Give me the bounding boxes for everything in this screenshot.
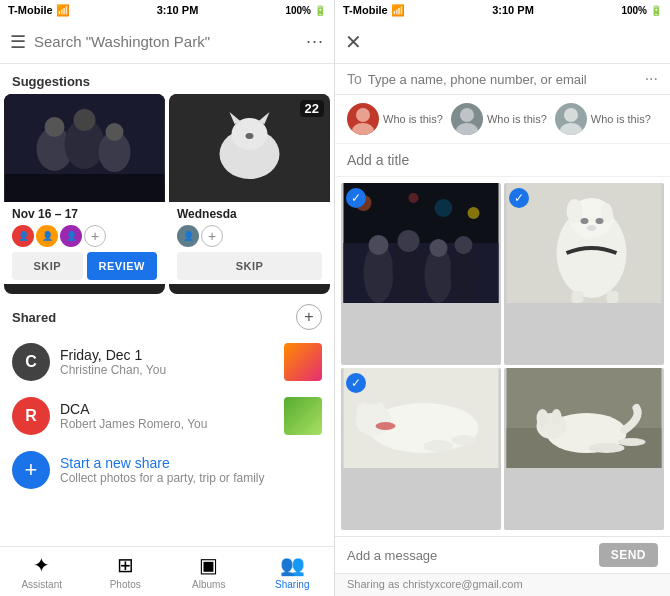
menu-icon[interactable]: ☰ [10,31,26,53]
to-label: To [347,71,362,87]
review-button-1[interactable]: REVIEW [87,252,158,280]
svg-point-13 [246,133,254,139]
svg-point-25 [435,199,453,217]
shared-thumb-dca [284,397,322,435]
tab-photos[interactable]: ⊞ Photos [84,549,168,594]
suggestion-card-1[interactable]: Nov 16 – 17 👤 👤 👤 + SKIP REVIEW [4,94,165,294]
avatar-add-1[interactable]: + [84,225,106,247]
assistant-icon: ✦ [33,553,50,577]
shared-item-dca[interactable]: R DCA Robert James Romero, You [0,389,334,443]
thumb-photo-friday [284,343,322,381]
photo-check-2: ✓ [509,188,529,208]
right-status-bar: T-Mobile 📶 3:10 PM 100% 🔋 [335,0,670,20]
svg-point-41 [587,225,597,231]
tab-bar: ✦ Assistant ⊞ Photos ▣ Albums 👥 Sharing [0,546,334,596]
photo-cell-3[interactable]: ✓ [341,368,501,530]
card-avatars-2: 👤 + [177,225,322,247]
who-text-2: Who is this? [487,113,547,125]
who-item-2[interactable]: Who is this? [451,103,547,135]
tab-assistant[interactable]: ✦ Assistant [0,549,84,594]
svg-point-6 [106,123,124,141]
who-item-3[interactable]: Who is this? [555,103,651,135]
shared-item-friday[interactable]: C Friday, Dec 1 Christine Chan, You [0,335,334,389]
svg-point-29 [398,230,420,252]
photo-grid: ✓ ✓ [335,177,670,536]
left-panel: T-Mobile 📶 3:10 PM 100% 🔋 ☰ ··· Suggesti… [0,0,335,596]
tab-photos-label: Photos [110,579,141,590]
svg-point-27 [369,235,389,255]
svg-point-58 [589,443,625,453]
shared-label: Shared [12,310,56,325]
shared-sub-dca: Robert James Romero, You [60,417,274,431]
to-row: To ··· [335,64,670,95]
right-status-left: T-Mobile 📶 [343,4,405,17]
left-status-left: T-Mobile 📶 [8,4,70,17]
skip-button-1[interactable]: SKIP [12,252,83,280]
suggestion-card-2[interactable]: 22 Wednesda 👤 + SKIP [169,94,330,294]
search-input[interactable] [34,33,298,50]
shared-section: Shared + C Friday, Dec 1 Christine Chan,… [0,294,334,546]
new-share-subtitle: Collect photos for a party, trip or fami… [60,471,265,485]
send-button[interactable]: SEND [599,543,658,567]
battery-icon-right: 🔋 [650,5,662,16]
svg-point-37 [567,199,583,223]
shared-avatar-c: C [12,343,50,381]
who-avatar-1 [347,103,379,135]
svg-point-23 [468,207,480,219]
svg-rect-7 [5,174,165,202]
more-options-icon[interactable]: ··· [306,31,324,52]
who-text-3: Who is this? [591,113,651,125]
to-more-icon[interactable]: ··· [645,70,658,88]
svg-point-56 [537,409,549,427]
svg-point-15 [352,123,374,135]
sharing-icon: 👥 [280,553,305,577]
shared-header: Shared + [0,294,334,335]
time-left: 3:10 PM [157,4,199,16]
photo-cell-4[interactable] [504,368,664,530]
new-share-item[interactable]: + Start a new share Collect photos for a… [0,443,334,497]
who-avatar-2 [451,103,483,135]
tab-albums[interactable]: ▣ Albums [167,549,251,594]
svg-point-47 [357,402,371,422]
carrier-left: T-Mobile [8,4,53,16]
svg-point-31 [430,239,448,257]
suggestions-label: Suggestions [0,64,334,94]
who-text-1: Who is this? [383,113,443,125]
search-bar: ☰ ··· [0,20,334,64]
suggestions-row: Nov 16 – 17 👤 👤 👤 + SKIP REVIEW [0,94,334,294]
right-panel: T-Mobile 📶 3:10 PM 100% 🔋 ✕ To ··· Who i… [335,0,670,596]
svg-point-19 [560,123,582,135]
svg-point-18 [564,108,578,122]
photo-cell-1[interactable]: ✓ [341,183,501,365]
who-row: Who is this? Who is this? Who is this? [335,95,670,144]
close-button[interactable]: ✕ [345,30,362,54]
card-date-1: Nov 16 – 17 [12,207,157,221]
avatar-1c: 👤 [60,225,82,247]
svg-point-50 [452,435,476,445]
shared-sub-friday: Christine Chan, You [60,363,274,377]
svg-point-48 [374,402,386,420]
svg-point-40 [596,218,604,224]
avatar-add-2[interactable]: + [201,225,223,247]
new-share-title: Start a new share [60,455,265,471]
message-input[interactable] [347,548,591,563]
who-item-1[interactable]: Who is this? [347,103,443,135]
tab-sharing[interactable]: 👥 Sharing [251,549,335,594]
tab-assistant-label: Assistant [21,579,62,590]
card-bottom-2: Wednesda 👤 + SKIP [169,202,330,284]
card-date-2: Wednesda [177,207,322,221]
svg-point-39 [581,218,589,224]
card-avatars-1: 👤 👤 👤 + [12,225,157,247]
skip-button-2[interactable]: SKIP [177,252,322,280]
photo-count-badge: 22 [300,100,324,117]
svg-rect-42 [572,291,584,303]
svg-point-17 [456,123,478,135]
right-header: ✕ [335,20,670,64]
to-input[interactable] [368,72,639,87]
svg-point-24 [409,193,419,203]
add-shared-icon[interactable]: + [296,304,322,330]
who-avatar-3 [555,103,587,135]
title-input[interactable] [335,144,670,177]
photo-cell-2[interactable]: ✓ [504,183,664,365]
carrier-right: T-Mobile [343,4,388,16]
